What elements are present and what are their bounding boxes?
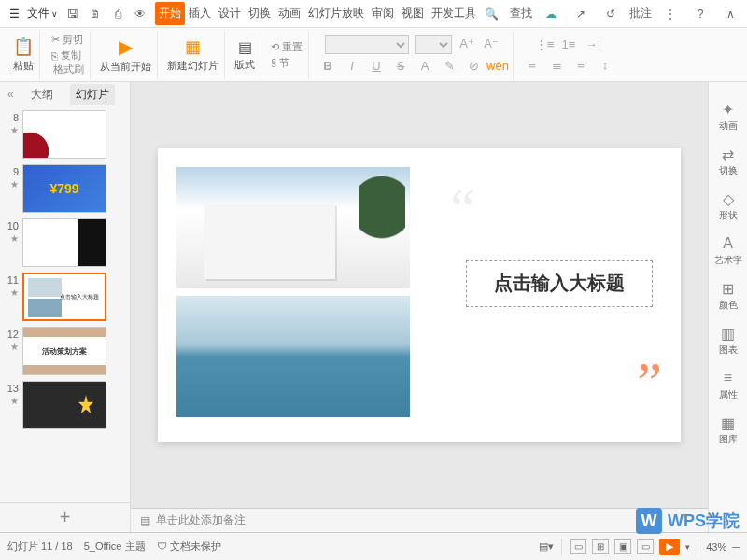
align-right-button[interactable]: ≡ bbox=[571, 57, 590, 74]
save-as-icon[interactable]: 🗎 bbox=[84, 3, 106, 25]
cloud-icon[interactable]: ☁ bbox=[540, 3, 562, 25]
thumbnail-13[interactable] bbox=[22, 381, 106, 429]
align-center-button[interactable]: ≣ bbox=[547, 57, 566, 74]
thumbnail-8[interactable] bbox=[22, 110, 106, 159]
font-select[interactable] bbox=[325, 35, 409, 54]
rp-chart[interactable]: ▥图表 bbox=[719, 325, 738, 357]
copy-button[interactable]: ⎘ 复制 bbox=[51, 49, 83, 63]
rp-shape[interactable]: ◇形状 bbox=[719, 190, 738, 222]
file-menu[interactable]: 文件 ∨ bbox=[23, 4, 62, 23]
wordart-icon: A bbox=[719, 235, 738, 252]
line-spacing-button[interactable]: ↕ bbox=[596, 57, 614, 74]
title-placeholder[interactable]: 点击输入大标题 bbox=[466, 260, 653, 307]
reading-view-button[interactable]: ▣ bbox=[614, 539, 631, 554]
canvas-area: “ 点击输入大标题 ” ▤ 单击此处添加备注 bbox=[131, 82, 708, 532]
animation-icon: ✦ bbox=[719, 101, 738, 118]
rp-animation[interactable]: ✦动画 bbox=[719, 101, 738, 133]
history-icon[interactable]: ↺ bbox=[599, 3, 622, 25]
notes-toggle-icon[interactable]: ▤▾ bbox=[539, 540, 554, 553]
rp-properties[interactable]: ≡属性 bbox=[719, 370, 738, 401]
ribbon-tabs: 开始 插入 设计 切换 动画 幻灯片放映 审阅 视图 开发工具 bbox=[155, 2, 480, 25]
cut-button[interactable]: ✂ 剪切 bbox=[51, 33, 83, 47]
new-slide-button[interactable]: ▦新建幻灯片 bbox=[167, 36, 218, 73]
panel-collapse-icon[interactable]: « bbox=[7, 88, 14, 101]
tab-slideshow[interactable]: 幻灯片放映 bbox=[304, 2, 368, 25]
normal-view-button[interactable]: ▭ bbox=[570, 539, 586, 554]
collapse-ribbon-icon[interactable]: ∧ bbox=[719, 3, 741, 25]
strike-button[interactable]: S̶ bbox=[391, 58, 410, 75]
bullets-button[interactable]: ⋮≡ bbox=[535, 36, 554, 53]
tab-transition[interactable]: 切换 bbox=[245, 2, 275, 25]
increase-font-icon[interactable]: A⁺ bbox=[458, 35, 476, 52]
phonetic-button[interactable]: wén bbox=[488, 58, 507, 75]
slide-canvas[interactable]: “ 点击输入大标题 ” bbox=[158, 148, 681, 442]
slideshow-view-button[interactable]: ▭ bbox=[637, 539, 654, 554]
rp-gallery[interactable]: ▦图库 bbox=[719, 414, 738, 446]
transition-icon: ⇄ bbox=[719, 146, 738, 162]
sorter-view-button[interactable]: ⊞ bbox=[592, 539, 609, 554]
bold-button[interactable]: B bbox=[318, 58, 337, 75]
notes-placeholder: 单击此处添加备注 bbox=[156, 512, 246, 528]
slide-panel: « 大纲 幻灯片 8★ 9★¥799 10★ 11★点击输入大标题 12★活动策… bbox=[0, 82, 131, 532]
slide-image-2[interactable] bbox=[176, 296, 410, 417]
tab-review[interactable]: 审阅 bbox=[368, 2, 398, 25]
thumb-number: 8 bbox=[4, 110, 19, 123]
layout-button[interactable]: ▤版式 bbox=[234, 38, 255, 72]
zoom-level[interactable]: 43% bbox=[706, 541, 726, 553]
hamburger-menu[interactable]: ☰ bbox=[6, 6, 23, 22]
font-size-select[interactable] bbox=[415, 35, 452, 54]
protection-status[interactable]: 🛡 文档未保护 bbox=[157, 539, 221, 553]
numbering-button[interactable]: 1≡ bbox=[559, 36, 578, 53]
rp-color[interactable]: ⊞颜色 bbox=[719, 280, 738, 312]
decrease-font-icon[interactable]: A⁻ bbox=[482, 35, 500, 52]
search-label[interactable]: 查找 bbox=[510, 6, 532, 21]
add-slide-button[interactable]: + bbox=[0, 502, 130, 532]
play-button[interactable]: ▶ bbox=[659, 539, 680, 555]
watermark: W WPS学院 bbox=[636, 508, 740, 534]
outline-tab[interactable]: 大纲 bbox=[25, 84, 59, 105]
tab-home[interactable]: 开始 bbox=[155, 2, 185, 25]
thumbnail-12[interactable]: 活动策划方案 bbox=[22, 327, 106, 375]
tab-animation[interactable]: 动画 bbox=[275, 2, 304, 25]
reset-button[interactable]: ⟲ 重置 bbox=[271, 40, 303, 54]
share-icon[interactable]: ↗ bbox=[570, 3, 592, 25]
format-painter-button[interactable]: 格式刷 bbox=[53, 63, 84, 77]
align-left-button[interactable]: ≡ bbox=[523, 57, 542, 74]
preview-icon[interactable]: 👁 bbox=[129, 3, 151, 25]
thumbnail-11[interactable]: 点击输入大标题 bbox=[22, 273, 106, 321]
font-color-button[interactable]: A bbox=[416, 58, 434, 75]
zoom-out-button[interactable]: ─ bbox=[732, 541, 740, 553]
quote-open-icon: “ bbox=[450, 176, 475, 241]
thumbnail-10[interactable] bbox=[22, 218, 106, 267]
tab-insert[interactable]: 插入 bbox=[185, 2, 215, 25]
clear-format-button[interactable]: ⊘ bbox=[464, 58, 483, 75]
indent-button[interactable]: →| bbox=[584, 36, 602, 53]
tab-view[interactable]: 视图 bbox=[398, 2, 428, 25]
paste-button[interactable]: 📋粘贴 bbox=[13, 36, 34, 73]
tab-design[interactable]: 设计 bbox=[215, 2, 245, 25]
section-button[interactable]: § 节 bbox=[271, 56, 303, 70]
ribbon: 📋粘贴 ✂ 剪切 ⎘ 复制 格式刷 ▶从当前开始 ▦新建幻灯片 ▤版式 ⟲ 重置… bbox=[0, 28, 747, 82]
rp-wordart[interactable]: A艺术字 bbox=[714, 235, 742, 267]
slide-image-1[interactable] bbox=[176, 167, 410, 288]
help-icon[interactable]: ? bbox=[689, 3, 712, 25]
more-icon[interactable]: ⋮ bbox=[659, 3, 682, 25]
search-icon[interactable]: 🔍 bbox=[480, 3, 502, 25]
slides-tab[interactable]: 幻灯片 bbox=[70, 84, 115, 105]
thumb-number: 10 bbox=[4, 218, 19, 231]
theme-name: 5_Office 主题 bbox=[84, 539, 146, 553]
save-icon[interactable]: 🖫 bbox=[62, 3, 84, 25]
thumb-number: 9 bbox=[4, 164, 19, 177]
rp-transition[interactable]: ⇄切换 bbox=[719, 146, 738, 177]
tab-devtools[interactable]: 开发工具 bbox=[428, 2, 480, 25]
play-from-current-button[interactable]: ▶从当前开始 bbox=[100, 35, 151, 74]
shape-icon: ◇ bbox=[719, 190, 738, 207]
thumbnail-9[interactable]: ¥799 bbox=[22, 164, 106, 213]
notes-pane[interactable]: ▤ 单击此处添加备注 bbox=[131, 508, 708, 532]
thumb-number: 12 bbox=[4, 327, 19, 340]
print-icon[interactable]: ⎙ bbox=[106, 3, 129, 25]
italic-button[interactable]: I bbox=[343, 58, 361, 75]
annotate-label[interactable]: 批注 bbox=[629, 6, 652, 21]
highlight-button[interactable]: ✎ bbox=[440, 58, 458, 75]
underline-button[interactable]: U bbox=[367, 58, 386, 75]
